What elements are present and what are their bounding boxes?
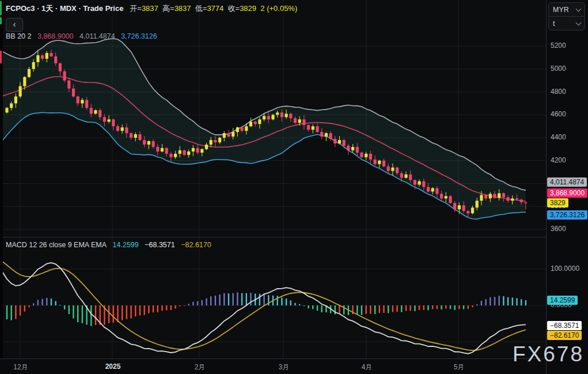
time-axis-label[interactable]: 5月	[454, 362, 465, 372]
candle-body	[507, 197, 510, 201]
macd-histogram-bar	[250, 293, 251, 305]
candle-body	[356, 147, 359, 153]
macd-histogram-bar	[33, 303, 34, 305]
time-axis-label[interactable]: 4月	[362, 362, 373, 372]
macd-histogram-bar	[516, 298, 517, 305]
back-button[interactable]: ‹	[6, 18, 23, 32]
bollinger-legend[interactable]: BB 20 2 3,868.9000 4,011.4874 3,726.3126	[6, 32, 161, 40]
candle-body	[449, 196, 452, 203]
time-axis-label[interactable]: 12月	[13, 362, 28, 372]
time-axis-label[interactable]: 2月	[195, 362, 206, 372]
macd-histogram-bar	[468, 305, 469, 309]
candle-body	[63, 71, 66, 81]
candle-body	[50, 53, 52, 56]
high-label: 高=	[162, 4, 174, 13]
macd-histogram-bar	[374, 305, 375, 314]
back-chevron-icon: ‹	[13, 19, 16, 29]
macd-histogram-bar	[441, 305, 442, 309]
candle-body	[502, 193, 505, 197]
strip-mark	[0, 51, 2, 63]
macd-histogram-bar	[308, 305, 309, 308]
macd-histogram-bar	[113, 305, 114, 323]
macd-histogram-bar	[41, 299, 43, 305]
candle-body	[223, 133, 226, 138]
macd-histogram-bar	[286, 299, 287, 305]
trading-chart-app: FCPOc3 · 1天 · MDX · Trade Price 开=3837 高…	[0, 0, 588, 374]
macd-histogram-bar	[122, 305, 123, 320]
macd-histogram-bar	[139, 305, 141, 315]
macd-histogram-bar	[192, 302, 194, 305]
candle-body	[316, 126, 318, 132]
candle-body	[462, 205, 465, 211]
time-axis-label[interactable]: 2025	[105, 362, 121, 371]
currency-unit-selector: MYR t	[548, 2, 585, 31]
macd-histogram-bar	[64, 305, 65, 309]
macd-histogram-bar	[427, 305, 428, 310]
macd-histogram-bar	[396, 305, 397, 312]
currency-value: MYR	[553, 6, 569, 14]
candle-body	[498, 193, 500, 198]
unit-dropdown[interactable]: t	[549, 16, 585, 30]
macd-histogram-bar	[77, 305, 78, 322]
macd-histogram-bar	[370, 305, 371, 314]
candle-body	[294, 118, 297, 123]
candle-body	[147, 141, 150, 145]
candle-body	[458, 205, 461, 209]
candle-body	[338, 140, 341, 143]
axis-tick: 4400	[551, 133, 566, 141]
axis-tick: 5000	[551, 65, 566, 73]
candle-body	[493, 194, 496, 198]
macd-histogram-bar	[219, 294, 220, 305]
candle-body	[85, 100, 88, 108]
candle-body	[45, 53, 48, 59]
chart-canvas[interactable]	[0, 0, 546, 358]
candle-body	[72, 89, 75, 97]
macd-histogram-bar	[405, 305, 407, 311]
candle-body	[387, 167, 390, 171]
candle-body	[138, 134, 141, 140]
candle-body	[241, 127, 244, 131]
candle-body	[36, 55, 39, 62]
candle-body	[520, 199, 523, 202]
low-label: 低=	[195, 4, 207, 13]
candle-body	[445, 196, 447, 198]
collapsed-panel-strip[interactable]	[0, 0, 3, 374]
candle-body	[431, 188, 434, 191]
open-label: 开=	[130, 4, 142, 13]
candle-body	[374, 160, 377, 164]
candle-body	[396, 168, 399, 173]
macd-legend[interactable]: MACD 12 26 close 9 EMA EMA 14.2599 −68.3…	[6, 241, 215, 249]
candle-body	[414, 180, 416, 185]
candle-body	[369, 154, 372, 160]
candle-body	[391, 168, 394, 171]
candle-body	[409, 175, 412, 180]
macd-histogram-bar	[383, 305, 384, 313]
macd-histogram-bar	[161, 305, 162, 311]
time-axis[interactable]: 12月20252月3月4月5月	[0, 358, 588, 374]
macd-histogram-bar	[82, 305, 83, 323]
candle-body	[161, 148, 164, 152]
candle-body	[400, 173, 403, 178]
candle-body	[249, 122, 252, 126]
candle-body	[453, 203, 456, 209]
candle-body	[307, 125, 310, 130]
currency-dropdown[interactable]: MYR	[549, 3, 585, 16]
macd-histogram-bar	[388, 305, 389, 313]
macd-histogram-bar	[450, 305, 451, 309]
macd-line-value: −68.3571	[145, 241, 174, 249]
macd-histogram-bar	[153, 305, 154, 312]
macd-histogram-bar	[281, 297, 282, 305]
candle-body	[489, 194, 492, 198]
macd-histogram-bar	[55, 301, 56, 305]
macd-histogram-bar	[37, 300, 39, 305]
price-axis-panel[interactable]: MYR t 5200500048004600440042004000380036…	[546, 0, 588, 374]
macd-histogram-bar	[184, 305, 185, 306]
macd-histogram-bar	[312, 305, 313, 309]
macd-histogram-bar	[20, 305, 21, 316]
macd-histogram-bar	[392, 305, 393, 312]
candle-body	[418, 182, 421, 185]
high-value: 3837	[174, 4, 191, 13]
macd-histogram-bar	[69, 305, 70, 314]
macd-histogram-bar	[481, 301, 482, 305]
time-axis-label[interactable]: 3月	[279, 362, 290, 372]
